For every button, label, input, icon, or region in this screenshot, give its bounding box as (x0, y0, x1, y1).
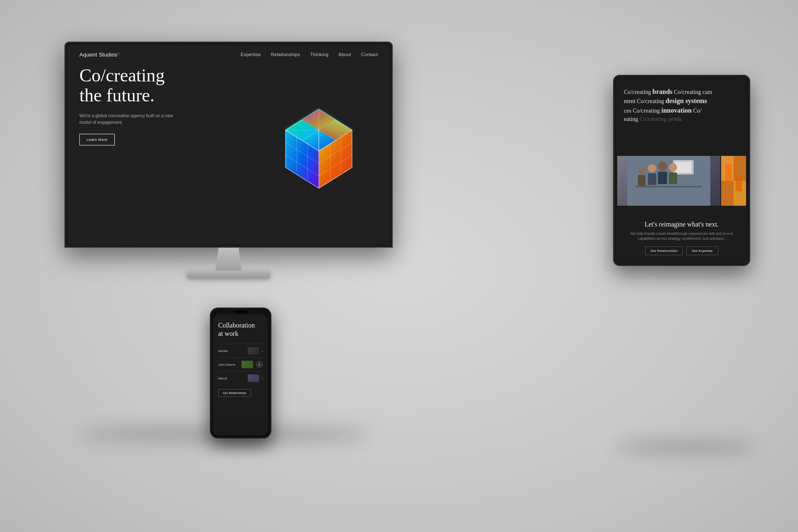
tablet-image-row (617, 156, 746, 206)
svg-point-30 (669, 163, 677, 172)
monitor-headline: Co/creating the future. (79, 66, 212, 106)
svg-rect-38 (725, 164, 732, 181)
tablet-image-right (721, 156, 746, 206)
phone-title: Collaboration at work (218, 321, 263, 338)
svg-rect-27 (648, 173, 656, 185)
color-splash (721, 156, 746, 206)
monitor-cube-area (256, 57, 381, 236)
merck-thumb (248, 374, 259, 382)
scroll-line-1: Co/creating brands Co/creating cam (624, 87, 739, 96)
monitor-nav-links: Expertise Relationships Thinking About C… (241, 52, 378, 57)
tablet-bezel: Co/creating brands Co/creating cam ntent… (613, 75, 750, 266)
monitor-cta-button[interactable]: Learn More (79, 134, 115, 145)
monitor-bezel: Aquent Studios* Expertise Relationships … (64, 42, 393, 248)
svg-rect-25 (675, 162, 692, 173)
phone-see-relationships-btn[interactable]: See Relationships (218, 389, 251, 397)
scene: Aquent Studios* Expertise Relationships … (0, 0, 798, 532)
monitor-navbar: Aquent Studios* Expertise Relationships … (68, 45, 389, 64)
svg-rect-31 (669, 172, 677, 184)
adobe-thumb (248, 347, 259, 355)
svg-rect-34 (635, 186, 702, 187)
phone-content: Collaboration at work Adobe › John Deere (213, 315, 268, 404)
monitor-logo: Aquent Studios* (79, 51, 120, 58)
tablet-see-relationships-btn[interactable]: See Relationships (645, 246, 683, 255)
list-item-adobe[interactable]: Adobe › (218, 344, 263, 357)
monitor-stand-base (187, 271, 270, 278)
svg-rect-33 (638, 175, 645, 186)
tablet-buttons: See Relationships See Expertise (624, 246, 739, 255)
tablet-screen: Co/creating brands Co/creating cam ntent… (617, 79, 746, 262)
svg-rect-29 (658, 172, 667, 184)
monitor-subtext: We're a global co/creation agency built … (79, 113, 179, 126)
deere-thumb (241, 361, 253, 368)
phone-bezel: Collaboration at work Adobe › John Deere (210, 308, 271, 438)
people-illustration (617, 156, 720, 206)
monitor-screen: Aquent Studios* Expertise Relationships … (68, 45, 389, 244)
cube-illustration (269, 97, 369, 197)
svg-point-26 (648, 164, 656, 172)
nav-link-thinking[interactable]: Thinking (310, 52, 328, 57)
monitor-hero: Co/creating the future. We're a global c… (79, 66, 212, 145)
nav-link-about[interactable]: About (338, 52, 351, 57)
nav-link-contact[interactable]: Contact (361, 52, 378, 57)
merck-arrow: › (262, 376, 263, 381)
logo-dot: * (118, 51, 120, 58)
list-item-deere[interactable]: John Deere › (218, 357, 263, 371)
adobe-arrow: › (262, 349, 263, 353)
tablet: Co/creating brands Co/creating cam ntent… (613, 75, 750, 266)
deere-arrow-circle: › (256, 361, 263, 368)
tablet-reimagine-title: Let's reimagine what's next. (624, 221, 739, 228)
phone-shadow (204, 434, 274, 443)
tablet-reimagine-sub: We help brands create breakthrough exper… (624, 232, 739, 241)
svg-rect-39 (736, 177, 742, 191)
tablet-see-expertise-btn[interactable]: See Expertise (686, 246, 718, 255)
monitor-stand-neck (212, 248, 245, 271)
tablet-shadow (615, 441, 756, 453)
list-item-merck[interactable]: Merck › (218, 371, 263, 385)
monitor: Aquent Studios* Expertise Relationships … (64, 42, 393, 278)
nav-link-relationships[interactable]: Relationships (271, 52, 300, 57)
svg-point-32 (638, 167, 645, 174)
scroll-line-4: eating Co/creating produ (624, 115, 739, 123)
phone-screen: Collaboration at work Adobe › John Deere (213, 315, 268, 435)
phone-notch (234, 311, 247, 313)
scroll-line-2: ntent Co/creating design systems (624, 96, 739, 106)
tablet-image-left (617, 156, 720, 206)
scroll-line-3: ces Co/creating innovation Co/ (624, 106, 739, 115)
tablet-bottom-section: Let's reimagine what's next. We help bra… (617, 214, 746, 262)
nav-link-expertise[interactable]: Expertise (241, 52, 261, 57)
svg-point-28 (658, 162, 667, 171)
phone: Collaboration at work Adobe › John Deere (210, 308, 271, 438)
